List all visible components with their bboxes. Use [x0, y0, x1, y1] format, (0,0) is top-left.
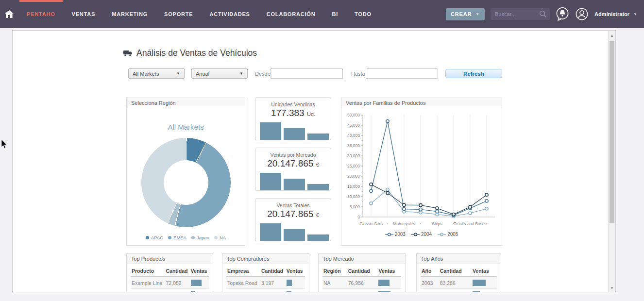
market-select[interactable]: All Markets ▼ [128, 68, 185, 79]
legend-item-japan[interactable]: Japan [191, 235, 209, 240]
column-header: Ventas [377, 265, 401, 277]
kpi-card-unidades: Unidades Vendidas 177.383 Ud. [255, 97, 331, 140]
table-cell: 2003 [421, 277, 439, 289]
kpi-card-ventas-totales: Ventas Totales 20.147.865 € [255, 198, 331, 241]
table-row[interactable]: 200461,141 [421, 289, 497, 293]
table-row[interactable]: Dakota Cars1,569 [226, 289, 305, 293]
kpi-title: Ventas Totales [255, 202, 331, 208]
table-cell: 72,052 [165, 277, 190, 289]
ventas-bar [287, 291, 291, 292]
desde-input[interactable] [271, 68, 343, 79]
table-cell: 1,569 [260, 289, 286, 293]
kpi-bar [260, 223, 281, 241]
user-menu[interactable]: Administrator ▼ [594, 11, 637, 17]
svg-text:50,000: 50,000 [347, 113, 360, 117]
nav-item-ventas[interactable]: VENTAS [64, 0, 104, 28]
kpi-sparkline [260, 173, 329, 190]
user-name: Administrator [594, 11, 629, 17]
table-cell: Topeka Road [226, 277, 260, 289]
nav-item-soporte[interactable]: SOPORTE [156, 0, 201, 28]
period-select[interactable]: Anual ▼ [191, 68, 248, 79]
nav-item-bi[interactable]: BI [323, 0, 346, 28]
table-row[interactable]: Example Line72,052 [131, 277, 209, 289]
region-panel: Selecciona Región All Markets APACEMEAJa… [126, 98, 245, 246]
nav-item-actividades[interactable]: ACTIVIDADES [201, 0, 258, 28]
table-panel-header: Top Mercado [319, 254, 405, 264]
legend-item-apac[interactable]: APAC [146, 235, 163, 240]
dashboard-frame: Análisis de Ventas de Vehículos All Mark… [12, 30, 616, 292]
nav-item-pentaho[interactable]: PENTAHO [18, 0, 64, 28]
kpi-title: Ventas por Mercado [255, 152, 331, 158]
table-row[interactable]: 200383,286 [421, 277, 497, 289]
table-cell-bar [472, 277, 497, 289]
donut-legend: APACEMEAJapanNA [127, 235, 245, 240]
profile-button[interactable] [575, 7, 589, 21]
legend-item-emea[interactable]: EMEA [168, 235, 186, 240]
svg-text:25,000: 25,000 [347, 164, 360, 168]
table-panel-header: Top Compradores [222, 254, 309, 264]
svg-text:20,000: 20,000 [347, 174, 360, 179]
table-cell-bar [190, 289, 209, 293]
kpi-bar [307, 184, 329, 190]
svg-text:40,000: 40,000 [347, 133, 360, 138]
legend-item-na[interactable]: NA [214, 235, 226, 240]
table-cell: 35,552 [165, 289, 190, 293]
nav-item-todo[interactable]: TODO [346, 0, 380, 28]
svg-text:10,000: 10,000 [347, 194, 360, 199]
legend-dot [168, 236, 171, 239]
kpi-unit: € [316, 162, 319, 167]
period-select-value: Anual [196, 71, 209, 77]
table-cell: 61,141 [439, 289, 472, 293]
line-chart-legend[interactable]: 2003 2004 2005 [341, 232, 502, 237]
notifications-button[interactable] [556, 7, 569, 21]
refresh-button[interactable]: Refresh [445, 69, 502, 78]
search-icon[interactable] [539, 10, 547, 18]
home-button[interactable] [0, 10, 18, 18]
scroll-down-arrow[interactable]: ▼ [609, 284, 615, 291]
table-cell: Dakota Cars [226, 289, 260, 293]
table-cell: EMEA [322, 289, 347, 293]
legend-dot [214, 236, 218, 239]
home-icon [5, 10, 14, 18]
legend-item-2003[interactable]: 2003 [385, 232, 406, 237]
column-header: Producto [131, 265, 165, 277]
table-cell: 3,197 [260, 277, 286, 289]
legend-item-2004[interactable]: 2004 [411, 232, 432, 237]
table-panel-header: Top Productos [127, 254, 213, 264]
scroll-up-arrow[interactable]: ▲ [609, 32, 615, 39]
top-compradores-panel: Top Compradores EmpresaCantidadVentasTop… [222, 253, 309, 292]
hasta-input[interactable] [366, 68, 438, 79]
column-header: Año [421, 265, 439, 277]
table-panel-header: Top Años [417, 254, 501, 264]
kpi-value: 20.147.865 [267, 158, 313, 168]
table-cell: Example Line [131, 277, 165, 289]
mouse-cursor [1, 139, 7, 149]
region-donut-chart[interactable] [141, 138, 231, 227]
table-cell-bar [286, 289, 305, 293]
ventas-bar [287, 280, 292, 286]
kpi-title: Unidades Vendidas [255, 101, 331, 107]
legend-marker [385, 233, 393, 236]
nav-item-marketing[interactable]: MARKETING [103, 0, 156, 28]
hasta-label: Hasta [351, 71, 365, 77]
table-cell-bar [377, 289, 401, 293]
nav-item-colaboración[interactable]: COLABORACIÓN [258, 0, 324, 28]
scrollbar-thumb[interactable] [610, 41, 614, 223]
table-row[interactable]: NA76,956 [322, 277, 401, 289]
table-row[interactable]: EMEA82,626 [322, 289, 401, 293]
table-row[interactable]: Classic Cars35,552 [131, 289, 209, 293]
vertical-scrollbar[interactable]: ▲ ▼ [608, 31, 615, 292]
table-row[interactable]: Topeka Road3,197 [226, 277, 305, 289]
column-header: Cantidad [347, 265, 378, 277]
column-header: Empresa [226, 265, 260, 277]
line-chart: 05,00010,00015,00020,00025,00030,00035,0… [341, 111, 502, 230]
kpi-value: 20.147.865 [267, 209, 313, 219]
top-mercado-panel: Top Mercado RegiónCantidadVentasNA76,956… [318, 253, 406, 292]
kpi-unit: € [316, 212, 319, 218]
top-anos-panel: Top Años AñoCantidadVentas200383,2862004… [416, 253, 501, 292]
crear-button[interactable]: CREAR ▼ [446, 8, 485, 20]
table-cell: Classic Cars [131, 289, 165, 293]
svg-text:45,000: 45,000 [347, 123, 360, 128]
legend-item-2005[interactable]: 2005 [438, 232, 458, 237]
chevron-down-icon: ▼ [475, 12, 480, 17]
